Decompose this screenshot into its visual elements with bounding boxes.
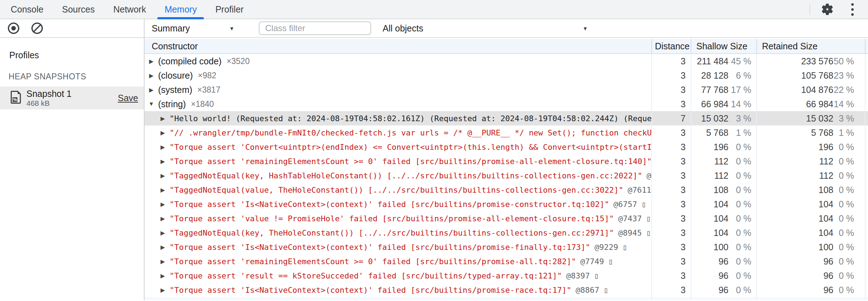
row-expand-icon[interactable]: ▶ <box>160 244 166 251</box>
tab-network[interactable]: Network <box>104 0 155 19</box>
retained-size-cell: 104 87622 % <box>757 83 866 97</box>
table-row[interactable]: ▶"Torque assert 'Is<NativeContext>(conte… <box>145 283 868 297</box>
row-expand-icon[interactable]: ▶ <box>160 172 166 179</box>
distance-cell: 7 <box>652 111 691 125</box>
table-row[interactable]: ▶(system)×3817377 76817 %104 87622 % <box>145 83 868 97</box>
table-row[interactable]: ▶"Torque assert 'Convert<uintptr>(endInd… <box>145 140 868 154</box>
table-row[interactable]: ▶"TaggedNotEqual(key, HashTableHoleConst… <box>145 168 868 183</box>
table-row[interactable]: ▼(string)×1840366 98414 %66 98414 % <box>145 97 868 111</box>
string-value: "// .wrangler/tmp/bundle-FmNIt0/checked-… <box>170 128 652 137</box>
distance-value: 3 <box>652 256 686 267</box>
retained-size-value: 100 <box>757 242 833 252</box>
table-row[interactable]: ▶"// .wrangler/tmp/bundle-FmNIt0/checked… <box>145 125 868 140</box>
constructor-cell: ▶"TaggedNotEqual(key, TheHoleConstant())… <box>145 226 652 240</box>
retained-size-value: 112 <box>757 156 833 167</box>
constructor-name: (string) <box>158 99 186 109</box>
row-expand-icon[interactable]: ▶ <box>160 272 166 279</box>
table-row[interactable]: ▶"TaggedNotEqual(value, TheHoleConstant(… <box>145 183 868 197</box>
constructor-name: (closure) <box>158 70 193 81</box>
retained-size-cell: 1000 % <box>757 240 866 254</box>
string-value: "Torque assert 'result == kStoreSucceded… <box>170 271 562 280</box>
row-gutter <box>866 211 868 226</box>
distance-cell: 3 <box>652 226 691 240</box>
shallow-size-percent: 0 % <box>728 156 756 167</box>
row-expand-icon[interactable]: ▼ <box>148 101 155 107</box>
tab-profiler[interactable]: Profiler <box>206 0 253 19</box>
shallow-size-value: 5 768 <box>691 128 728 138</box>
retained-size-cell: 1120 % <box>757 154 866 168</box>
retained-size-percent: 14 % <box>833 99 865 109</box>
table-row[interactable]: ▶"Hello world! (Requested at: 2024-08-19… <box>145 111 868 125</box>
objects-select[interactable]: All objects ▼ <box>383 23 591 34</box>
tab-sources[interactable]: Sources <box>53 0 104 19</box>
shallow-size-value: 96 <box>691 271 728 281</box>
snapshot-save-link[interactable]: Save <box>118 93 138 103</box>
snapshot-size: 468 kB <box>26 99 72 108</box>
object-id: @7437 <box>618 214 642 223</box>
row-expand-icon[interactable]: ▶ <box>160 215 166 222</box>
table-row[interactable]: ▶"Torque assert 'Is<NativeContext>(conte… <box>145 197 868 211</box>
shallow-size-percent: 0 % <box>728 199 756 209</box>
table-row[interactable]: ▶(closure)×982328 1286 %105 76823 % <box>145 68 868 83</box>
row-expand-icon[interactable]: ▶ <box>148 87 155 93</box>
object-link-box: ▯ <box>646 214 651 223</box>
column-header-retained-size[interactable]: Retained Size <box>757 39 866 53</box>
constructor-cell: ▶"Torque assert 'result == kStoreSuccede… <box>145 268 652 283</box>
object-id: @8397 <box>566 271 590 280</box>
row-expand-icon[interactable]: ▶ <box>160 287 166 293</box>
row-expand-icon[interactable]: ▶ <box>148 58 155 65</box>
row-expand-icon[interactable]: ▶ <box>160 187 166 193</box>
table-row[interactable]: ▶"Torque assert 'value != PromiseHole' f… <box>145 211 868 226</box>
table-row[interactable]: ▶(compiled code)×35203211 48445 %233 576… <box>145 54 868 68</box>
row-expand-icon[interactable]: ▶ <box>160 158 166 165</box>
retained-size-percent: 0 % <box>833 199 865 209</box>
shallow-size-cell: 1080 % <box>691 183 757 197</box>
object-id: @8 <box>647 171 652 180</box>
object-id: @8945 <box>618 228 642 237</box>
distance-value: 3 <box>652 213 686 224</box>
distance-value: 3 <box>652 199 686 209</box>
constructor-cell: ▶"Torque assert 'value != PromiseHole' f… <box>145 211 652 226</box>
row-expand-icon[interactable]: ▶ <box>160 258 166 265</box>
distance-value: 3 <box>652 56 686 66</box>
column-header-shallow-size[interactable]: Shallow Size <box>691 39 757 53</box>
profiles-sidebar: Profiles HEAP SNAPSHOTS % Snapshot 1 468… <box>0 19 145 300</box>
retained-size-cell: 66 98414 % <box>757 97 866 111</box>
row-expand-icon[interactable]: ▶ <box>148 72 155 79</box>
row-gutter <box>866 97 868 111</box>
row-gutter <box>866 254 868 268</box>
column-header-constructor[interactable]: Constructor <box>145 39 652 53</box>
settings-gear-icon[interactable] <box>819 1 835 17</box>
snapshot-list-item[interactable]: % Snapshot 1 468 kB Save <box>0 87 144 109</box>
row-expand-icon[interactable]: ▶ <box>160 230 166 236</box>
retained-size-percent: 0 % <box>833 256 865 267</box>
table-row[interactable]: ▶"TaggedNotEqual(key, TheHoleConstant())… <box>145 226 868 240</box>
table-row[interactable]: ▶"Torque assert 'remainingElementsCount … <box>145 254 868 268</box>
retained-size-value: 5 768 <box>757 128 833 138</box>
shallow-size-value: 96 <box>691 285 728 295</box>
table-row[interactable]: ▶"Torque assert 'Is<NativeContext>(conte… <box>145 240 868 254</box>
table-row[interactable]: ▶"Torque assert 'remainingElementsCount … <box>145 154 868 168</box>
clear-all-icon[interactable] <box>29 20 45 36</box>
filler-cell <box>691 297 757 300</box>
class-filter-input[interactable] <box>259 21 371 35</box>
retained-size-cell: 5 7681 % <box>757 125 866 140</box>
record-heap-icon[interactable] <box>6 20 21 36</box>
row-expand-icon[interactable]: ▶ <box>160 115 166 122</box>
retained-size-cell: 233 57650 % <box>757 54 866 68</box>
shallow-size-percent: 0 % <box>728 285 756 295</box>
column-header-distance[interactable]: Distance <box>652 39 691 53</box>
row-expand-icon[interactable]: ▶ <box>160 144 166 150</box>
retained-size-percent: 0 % <box>833 285 865 295</box>
more-vertical-icon[interactable] <box>844 1 860 17</box>
table-row[interactable]: ▶"Torque assert 'result == kStoreSuccede… <box>145 268 868 283</box>
row-expand-icon[interactable]: ▶ <box>160 201 166 208</box>
tab-console[interactable]: Console <box>1 0 53 19</box>
row-expand-icon[interactable]: ▶ <box>160 129 166 136</box>
tab-memory[interactable]: Memory <box>155 0 206 19</box>
retained-size-percent: 1 % <box>833 128 865 138</box>
string-value: "Torque assert 'Convert<uintptr>(endInde… <box>170 143 652 152</box>
perspective-select[interactable]: Summary ▼ <box>152 23 259 34</box>
retained-size-value: 15 032 <box>757 113 833 124</box>
distance-cell: 3 <box>652 154 691 168</box>
